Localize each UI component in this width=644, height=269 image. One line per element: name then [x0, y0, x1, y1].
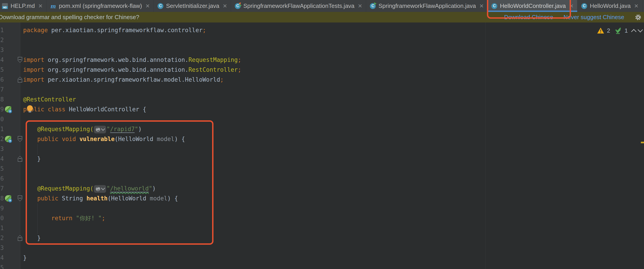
tab-servletinitializer-java[interactable]: CServletInitializer.java✕: [154, 0, 231, 12]
code-line-21[interactable]: 21: [0, 223, 644, 233]
line-number: 18: [0, 193, 4, 203]
line-number: 14: [0, 154, 4, 164]
code-line-19[interactable]: 19: [0, 203, 644, 213]
close-icon[interactable]: ✕: [569, 3, 574, 9]
code-line-14[interactable]: 14 }: [0, 154, 644, 164]
tab-springframeworkflawapplicationtests-java[interactable]: CSpringframeworkFlawApplicationTests.jav…: [231, 0, 366, 12]
tab-help-md[interactable]: MDHELP.md✕: [0, 0, 46, 12]
chevron-down-icon[interactable]: [638, 27, 643, 32]
line-number: 20: [0, 213, 4, 223]
line-number: 16: [0, 174, 4, 183]
fold-marker-down-icon[interactable]: [18, 136, 22, 142]
code-line-18[interactable]: 18 public String health(HelloWorld model…: [0, 193, 644, 203]
chevron-down-icon[interactable]: [101, 186, 105, 190]
never-suggest-chinese-link[interactable]: Never suggest Chinese: [564, 14, 624, 21]
close-icon[interactable]: ✕: [146, 3, 150, 9]
notification-banner: Download grammar and spelling checker fo…: [0, 12, 644, 23]
line-number: 5: [0, 65, 4, 75]
globe-icon: [96, 186, 100, 191]
code-line-9[interactable]: 9public class HelloWorldController {: [0, 104, 644, 114]
scrollbar-warning-mark[interactable]: [641, 142, 644, 143]
warning-count: 2: [607, 27, 610, 34]
code-line-16[interactable]: 16: [0, 174, 644, 183]
code-line-5[interactable]: 5import org.springframework.web.bind.ann…: [0, 65, 644, 75]
line-number: 12: [0, 134, 4, 144]
code-line-6[interactable]: 6import per.xiaotian.springframeworkflaw…: [0, 75, 644, 85]
line-number: 2: [0, 35, 4, 45]
line-number: 13: [0, 144, 4, 154]
line-number: 9: [0, 104, 4, 114]
code-line-12[interactable]: 12 public void vulnerable(HelloWorld mod…: [0, 134, 644, 144]
code-line-8[interactable]: 8@RestController: [0, 95, 644, 104]
line-number: 24: [0, 253, 4, 263]
code-line-11[interactable]: 11 @RequestMapping("/rapid7"): [0, 124, 644, 134]
code-line-15[interactable]: 15: [0, 164, 644, 174]
tab-label: SpringframeworkFlawApplicationTests.java: [243, 3, 354, 10]
code-line-2[interactable]: 2: [0, 35, 644, 45]
code-line-22[interactable]: 22 }: [0, 233, 644, 243]
code-line-23[interactable]: 23: [0, 243, 644, 253]
tab-label: SpringframeworkFlawApplication.java: [378, 3, 476, 10]
java-class-icon: C: [157, 3, 164, 9]
tab-label: HelloWorld.java: [590, 3, 631, 10]
chevron-down-icon[interactable]: [101, 127, 105, 131]
close-icon[interactable]: ✕: [223, 3, 227, 9]
code-text: }: [23, 233, 41, 243]
code-line-13[interactable]: 13: [0, 144, 644, 154]
code-line-10[interactable]: 10: [0, 114, 644, 124]
code-text: import org.springframework.web.bind.anno…: [23, 65, 241, 75]
spring-bean-icon[interactable]: [5, 195, 11, 201]
code-text: @RestController: [23, 95, 76, 104]
intention-lightbulb-icon[interactable]: [27, 105, 33, 111]
close-icon[interactable]: ✕: [358, 3, 362, 9]
fold-marker-up-icon[interactable]: [18, 235, 22, 241]
code-text: public class HelloWorldController {: [23, 104, 146, 114]
tab-pom-xml-springframework-flaw[interactable]: mpom.xml (springframework-flaw)✕: [46, 0, 154, 12]
code-line-7[interactable]: 7: [0, 85, 644, 95]
code-line-20[interactable]: 20 return "你好! ";: [0, 213, 644, 223]
line-number: 3: [0, 45, 4, 55]
code-text: }: [23, 253, 27, 263]
fold-marker-up-icon[interactable]: [18, 156, 22, 162]
code-line-17[interactable]: 17 @RequestMapping("/helloworld"): [0, 183, 644, 193]
spring-bean-icon[interactable]: [5, 136, 11, 142]
line-number: 10: [0, 114, 4, 124]
tab-springframeworkflawapplication-java[interactable]: CSpringframeworkFlawApplication.java✕: [366, 0, 488, 12]
chevron-up-icon[interactable]: [631, 29, 636, 34]
code-editor[interactable]: 1package per.xiaotian.springframeworkfla…: [0, 23, 644, 269]
settings-gear-icon[interactable]: [634, 14, 642, 21]
fold-marker-down-icon[interactable]: [18, 57, 22, 63]
line-number: 21: [0, 223, 4, 233]
code-text: }: [23, 154, 41, 164]
close-icon[interactable]: ✕: [38, 3, 43, 9]
line-number: 7: [0, 85, 4, 95]
code-line-1[interactable]: 1package per.xiaotian.springframeworkfla…: [0, 25, 644, 35]
code-text: @RequestMapping("/helloworld"): [23, 183, 156, 193]
globe-icon: [96, 127, 100, 132]
inspections-widget[interactable]: 2 1: [597, 27, 642, 34]
fold-marker-down-icon[interactable]: [18, 195, 22, 201]
code-text: public void vulnerable(HelloWorld model)…: [23, 134, 185, 144]
line-number: 19: [0, 203, 4, 213]
mapping-url-chip[interactable]: [94, 185, 106, 193]
download-chinese-link[interactable]: Download Chinese: [504, 14, 553, 21]
code-line-25[interactable]: 25: [0, 263, 644, 269]
code-line-4[interactable]: 4import org.springframework.web.bind.ann…: [0, 55, 644, 65]
code-text: import org.springframework.web.bind.anno…: [23, 55, 241, 65]
line-number: 15: [0, 164, 4, 174]
code-line-24[interactable]: 24}: [0, 253, 644, 263]
tab-helloworldcontroller-java[interactable]: CHelloWorldController.java✕: [488, 0, 578, 12]
warning-triangle-icon: [597, 27, 604, 34]
java-test-class-icon: C: [234, 3, 241, 9]
mapping-url-chip[interactable]: [94, 126, 106, 133]
code-line-3[interactable]: 3: [0, 45, 644, 55]
line-number: 4: [0, 55, 4, 65]
tab-label: pom.xml (springframework-flaw): [59, 3, 142, 10]
spring-bean-icon[interactable]: [5, 106, 11, 112]
tab-helloworld-java[interactable]: CHelloWorld.java✕: [578, 0, 642, 12]
java-class-icon: C: [581, 3, 587, 9]
close-icon[interactable]: ✕: [479, 3, 484, 9]
code-text: return "你好! ";: [23, 213, 105, 223]
close-icon[interactable]: ✕: [634, 3, 638, 9]
fold-marker-up-icon[interactable]: [18, 77, 22, 83]
